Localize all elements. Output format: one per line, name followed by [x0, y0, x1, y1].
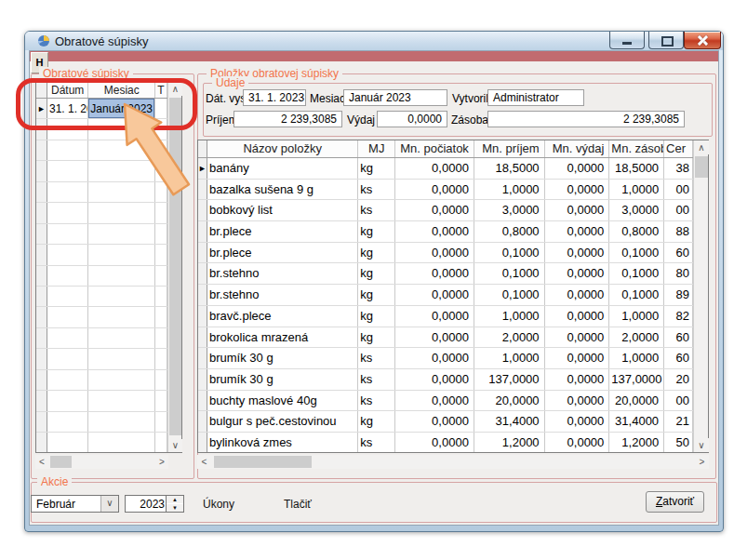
row-selector[interactable]	[36, 245, 47, 264]
table-cell[interactable]: ks	[358, 200, 395, 220]
table-cell[interactable]	[47, 349, 88, 368]
table-cell[interactable]: 0,0000	[395, 180, 474, 200]
table-row[interactable]: bulgur s peč.cestovinoukg0,000031,40000,…	[198, 411, 693, 433]
table-cell[interactable]: 3,0000	[474, 200, 545, 220]
table-row[interactable]	[36, 245, 167, 265]
table-cell[interactable]	[47, 203, 88, 222]
table-cell[interactable]: 0,0000	[395, 285, 474, 305]
table-cell[interactable]	[47, 412, 88, 432]
table-cell[interactable]	[47, 224, 88, 244]
table-cell[interactable]	[88, 307, 155, 327]
table-row[interactable]: bylinková zmesks0,00001,20000,00001,2000…	[198, 433, 693, 452]
table-cell[interactable]: bobkový list	[207, 200, 358, 220]
table-cell[interactable]: br.stehno	[207, 263, 358, 284]
table-cell[interactable]	[47, 391, 88, 410]
table-cell[interactable]	[155, 433, 167, 452]
table-cell[interactable]: 0,8000	[609, 221, 664, 242]
table-cell[interactable]: 20,0000	[609, 391, 664, 411]
table-cell[interactable]	[47, 266, 88, 286]
dat-vyst-field[interactable]: 31. 1. 2023	[243, 89, 306, 106]
table-cell[interactable]	[155, 266, 167, 286]
spin-up-icon[interactable]: ▲	[167, 496, 183, 504]
table-cell[interactable]: 0,0000	[395, 433, 474, 452]
table-cell[interactable]: banány	[207, 158, 358, 179]
table-cell[interactable]	[88, 266, 155, 286]
year-stepper[interactable]: 2023 ▲ ▼	[125, 495, 184, 513]
table-cell[interactable]: bravč.plece	[207, 306, 358, 327]
ukony-menu[interactable]: Úkony	[203, 498, 234, 511]
scroll-left-icon[interactable]: <	[35, 455, 48, 469]
header-cell[interactable]: Cer	[664, 140, 693, 157]
table-cell[interactable]: 60	[664, 327, 693, 348]
table-cell[interactable]: bylinková zmes	[207, 433, 358, 452]
header-cell[interactable]: MJ	[358, 140, 395, 157]
table-cell[interactable]: 31,4000	[474, 411, 545, 432]
table-cell[interactable]	[88, 287, 155, 306]
scroll-down-icon[interactable]: ∨	[168, 439, 182, 452]
table-cell[interactable]: 0,0000	[395, 348, 474, 368]
table-row[interactable]	[36, 391, 167, 411]
row-selector[interactable]	[36, 391, 47, 410]
table-cell[interactable]: 0,0000	[395, 391, 474, 411]
header-cell[interactable]: Mn. výdaj	[545, 140, 610, 157]
table-cell[interactable]: 00	[664, 180, 693, 200]
row-selector[interactable]	[198, 348, 207, 368]
table-cell[interactable]: 60	[664, 348, 693, 368]
table-row[interactable]: br.stehnokg0,00000,10000,00000,100089	[198, 285, 693, 306]
table-cell[interactable]: 31,4000	[609, 411, 664, 432]
scroll-up-icon[interactable]: ∧	[694, 140, 709, 154]
row-selector[interactable]	[198, 411, 207, 432]
table-cell[interactable]: 0,0000	[545, 180, 610, 200]
table-cell[interactable]: 20,0000	[474, 391, 545, 411]
table-cell[interactable]: 0,1000	[474, 243, 545, 263]
items-table-vscrollbar[interactable]: ∧ ∨	[693, 140, 708, 452]
table-cell[interactable]: 0,8000	[474, 221, 545, 242]
table-cell[interactable]: bazalka sušena 9 g	[207, 180, 358, 200]
table-row[interactable]: brokolica mrazenákg0,00002,00000,00002,0…	[198, 327, 693, 349]
table-cell[interactable]: bulgur s peč.cestovinou	[207, 411, 358, 432]
table-cell[interactable]	[155, 349, 167, 368]
table-cell[interactable]	[155, 370, 167, 390]
table-cell[interactable]	[88, 245, 155, 264]
left-hscroll-thumb[interactable]	[50, 456, 72, 468]
table-cell[interactable]: 20	[664, 369, 693, 390]
table-cell[interactable]	[155, 307, 167, 327]
spin-down-icon[interactable]: ▼	[167, 504, 183, 512]
table-cell[interactable]: kg	[358, 285, 395, 305]
table-cell[interactable]: 0,0000	[395, 200, 474, 220]
table-row[interactable]: bazalka sušena 9 gks0,00001,00000,00001,…	[198, 180, 693, 201]
table-row[interactable]: buchty maslové 40gks0,000020,00000,00002…	[198, 391, 693, 412]
table-cell[interactable]	[88, 433, 155, 452]
table-cell[interactable]: 0,0000	[545, 285, 610, 305]
table-row[interactable]	[36, 266, 167, 287]
close-button[interactable]	[684, 32, 721, 49]
table-cell[interactable]: 2,0000	[474, 327, 545, 348]
table-cell[interactable]	[155, 287, 167, 306]
table-cell[interactable]: 0,0000	[395, 243, 474, 263]
left-table-hscrollbar[interactable]: < >	[35, 455, 168, 469]
table-cell[interactable]: 80	[664, 263, 693, 284]
row-selector[interactable]	[198, 285, 207, 305]
month-select[interactable]: Február ∨	[31, 495, 119, 513]
table-cell[interactable]	[47, 433, 88, 452]
table-row[interactable]: brumík 30 gks0,00001,00000,00001,000060	[198, 348, 693, 369]
scroll-left-icon[interactable]: <	[197, 455, 211, 469]
table-cell[interactable]: ks	[358, 391, 395, 411]
table-cell[interactable]: 0,0000	[395, 158, 474, 179]
table-cell[interactable]: 137,0000	[474, 369, 545, 390]
table-cell[interactable]: 0,0000	[395, 263, 474, 284]
table-cell[interactable]: 1,2000	[609, 433, 664, 452]
table-cell[interactable]: 1,0000	[609, 180, 664, 200]
table-cell[interactable]	[47, 161, 88, 180]
table-cell[interactable]: ks	[358, 348, 395, 368]
table-cell[interactable]: kg	[358, 327, 395, 348]
table-cell[interactable]: br.plece	[207, 243, 358, 263]
table-cell[interactable]: 1,0000	[474, 348, 545, 368]
table-cell[interactable]: 0,0000	[545, 369, 610, 390]
table-cell[interactable]	[155, 328, 167, 348]
table-cell[interactable]: brumík 30 g	[207, 348, 358, 368]
table-cell[interactable]: 1,2000	[474, 433, 545, 452]
table-cell[interactable]	[88, 349, 155, 368]
table-cell[interactable]: 0,0000	[545, 306, 610, 327]
row-selector[interactable]	[198, 327, 207, 348]
